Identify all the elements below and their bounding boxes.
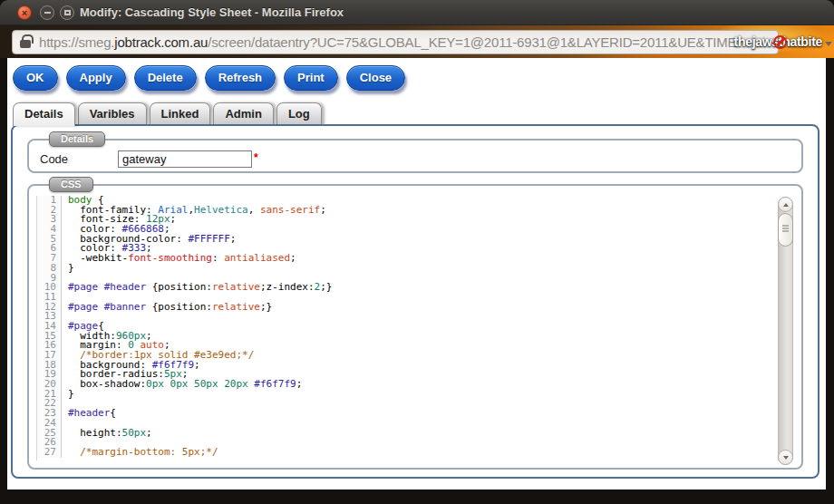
code-label: Code <box>40 152 118 166</box>
code-line: 22 <box>37 399 771 409</box>
code-line: 21} <box>37 390 771 400</box>
code-text: #page #header {position:relative;z-index… <box>62 283 332 293</box>
code-line: 12#page #banner {position:relative;} <box>37 303 771 313</box>
code-text: -webkit-font-smoothing: antialiased; <box>62 254 296 264</box>
tab-log[interactable]: Log <box>276 102 322 126</box>
url-bar[interactable]: https://smeg.jobtrack.com.au/screen/data… <box>12 30 779 54</box>
minimize-icon <box>44 12 51 14</box>
scrollbar-grip <box>782 228 789 229</box>
tab-details[interactable]: Details <box>13 102 75 126</box>
code-line: 10#page #header {position:relative;z-ind… <box>37 283 771 293</box>
maximize-icon <box>64 10 71 15</box>
tab-panel: Details Code * CSS 1body {2 font-family:… <box>11 124 819 479</box>
tab-row: Details Varibles Linked Admin Log <box>13 102 322 126</box>
tab-varibles[interactable]: Varibles <box>78 102 147 126</box>
lock-icon <box>20 40 31 48</box>
close-button[interactable]: Close <box>346 65 405 91</box>
code-text <box>62 293 68 303</box>
code-text: } <box>62 390 74 400</box>
browser-toolbar: https://smeg.jobtrack.com.au/screen/data… <box>0 25 834 58</box>
details-fieldset: Details Code * <box>27 139 803 173</box>
arrow-up-icon <box>783 203 789 207</box>
url-path: /screen/dataentry?UC=75&GLOBAL_KEY=1@201… <box>208 34 736 50</box>
refresh-button[interactable]: Refresh <box>205 65 276 91</box>
code-text <box>62 312 68 322</box>
css-code-editor[interactable]: 1body {2 font-family: Arial,Helvetica, s… <box>36 196 771 460</box>
scrollbar-thumb[interactable] <box>778 213 793 247</box>
code-text <box>62 274 68 284</box>
code-line: 20 box-shadow:0px 0px 50px 20px #f6f7f9; <box>37 380 771 390</box>
window-titlebar: × Modify: Cascading Style Sheet - Mozill… <box>0 0 834 25</box>
code-text <box>62 399 68 409</box>
code-text <box>62 419 68 429</box>
code-line: 25 height:50px; <box>37 429 771 439</box>
code-line: 7 -webkit-font-smoothing: antialiased; <box>37 254 771 264</box>
code-text: } <box>62 264 74 274</box>
url-text[interactable]: https://smeg.jobtrack.com.au/screen/data… <box>39 34 752 50</box>
tab-admin[interactable]: Admin <box>213 102 273 126</box>
details-legend: Details <box>49 131 105 147</box>
code-line: 8} <box>37 264 771 274</box>
code-text: box-shadow:0px 0px 50px 20px #f6f7f9; <box>62 380 302 390</box>
window-title: Modify: Cascading Style Sheet - Mozilla … <box>80 5 344 19</box>
code-line: 27 /*margin-bottom: 5px;*/ <box>37 448 771 458</box>
scroll-down-button[interactable] <box>778 450 793 465</box>
code-text: height:50px; <box>62 429 152 439</box>
code-line: 23#header{ <box>37 409 771 419</box>
code-text <box>62 438 68 448</box>
window-close-button[interactable]: × <box>17 5 32 20</box>
arrow-down-icon <box>783 456 789 460</box>
tab-linked[interactable]: Linked <box>150 102 211 126</box>
css-legend: CSS <box>49 177 93 192</box>
code-text: #page #banner {position:relative;} <box>62 303 272 313</box>
action-button-row: OK Apply Delete Refresh Print Close <box>13 65 405 91</box>
ok-button[interactable]: OK <box>13 65 58 91</box>
print-button[interactable]: Print <box>284 65 338 91</box>
editor-scrollbar[interactable] <box>778 197 793 465</box>
url-prefix: https://smeg. <box>39 34 114 50</box>
page-content: OK Apply Delete Refresh Print Close Deta… <box>7 58 826 489</box>
window-maximize-button[interactable] <box>60 5 74 20</box>
line-number: 27 <box>37 448 62 458</box>
chevron-down-icon[interactable] <box>825 42 832 46</box>
window-minimize-button[interactable] <box>40 5 54 20</box>
required-marker: * <box>254 151 258 164</box>
apply-button[interactable]: Apply <box>66 65 126 91</box>
code-text: /*margin-bottom: 5px;*/ <box>62 448 218 458</box>
code-line: 13 <box>37 312 771 322</box>
css-fieldset: CSS 1body {2 font-family: Arial,Helvetic… <box>27 184 803 470</box>
scroll-up-button[interactable] <box>778 197 793 212</box>
code-text: #header{ <box>62 409 116 419</box>
delete-button[interactable]: Delete <box>134 65 197 91</box>
code-input[interactable] <box>118 150 252 168</box>
url-domain: jobtrack.com.au <box>114 34 208 50</box>
code-lines: 1body {2 font-family: Arial,Helvetica, s… <box>37 196 771 458</box>
prohibition-icon <box>773 35 787 49</box>
code-field-row: Code * <box>29 141 801 168</box>
